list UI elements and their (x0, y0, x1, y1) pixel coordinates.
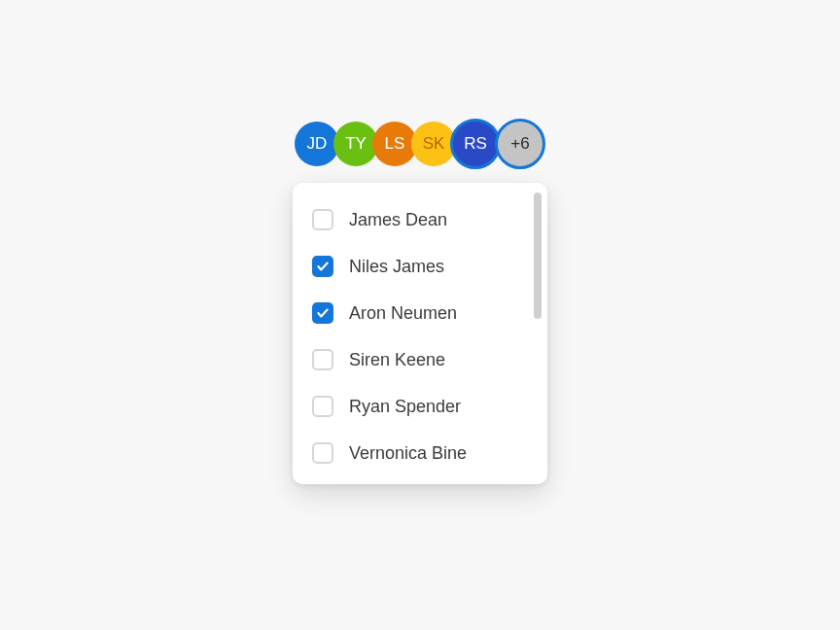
list-item[interactable]: Aron Neumen (312, 290, 528, 336)
avatar-stack: JD TY LS SK RS +6 (295, 119, 545, 169)
user-name-label: Aron Neumen (349, 303, 457, 324)
list-item[interactable]: Vernonica Bine (312, 430, 528, 476)
user-name-label: Niles James (349, 257, 444, 277)
avatar-initials: RS (464, 134, 487, 154)
avatar-rs[interactable]: RS (450, 119, 501, 169)
user-name-label: James Dean (349, 210, 447, 230)
user-name-label: Vernonica Bine (349, 443, 467, 464)
checkbox[interactable] (312, 256, 333, 277)
list-item[interactable]: Ryan Spender (312, 383, 528, 430)
user-name-label: Ryan Spender (349, 397, 461, 417)
avatar-overflow-count[interactable]: +6 (495, 119, 545, 169)
user-list: James Dean Niles James Aron Neumen Siren… (293, 196, 547, 476)
check-icon (316, 306, 330, 320)
avatar-initials: SK (423, 134, 445, 154)
checkbox[interactable] (312, 442, 333, 464)
checkbox[interactable] (312, 396, 333, 417)
avatar-initials: JD (307, 134, 328, 154)
check-icon (316, 260, 330, 273)
checkbox[interactable] (312, 209, 333, 230)
overflow-label: +6 (510, 134, 529, 154)
list-item[interactable]: Niles James (312, 243, 528, 290)
user-dropdown-panel: James Dean Niles James Aron Neumen Siren… (293, 183, 547, 484)
list-item[interactable]: James Dean (312, 196, 528, 243)
checkbox[interactable] (312, 302, 333, 324)
user-name-label: Siren Keene (349, 350, 445, 370)
user-selector: JD TY LS SK RS +6 James Dean Niles James (293, 119, 547, 484)
avatar-initials: LS (385, 134, 405, 154)
scrollbar-thumb[interactable] (534, 192, 542, 319)
checkbox[interactable] (312, 349, 333, 370)
avatar-initials: TY (345, 134, 367, 154)
list-item[interactable]: Siren Keene (312, 336, 528, 383)
